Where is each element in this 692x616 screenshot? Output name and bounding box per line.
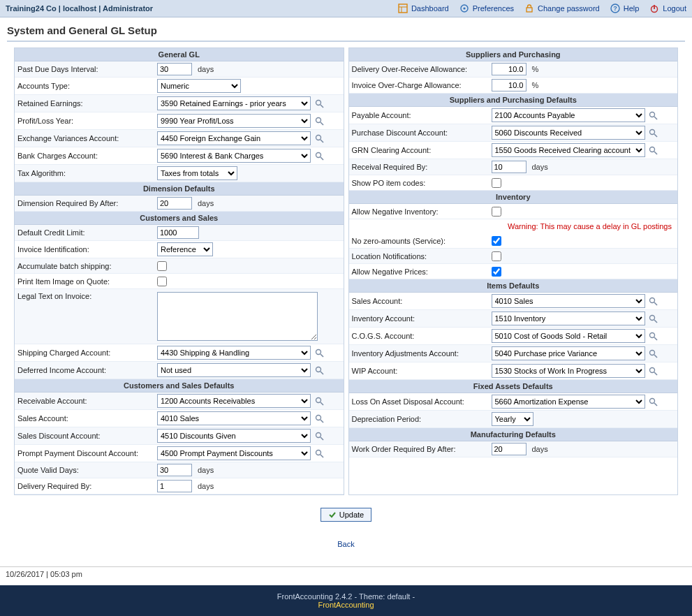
search-icon[interactable]	[648, 295, 659, 307]
search-icon[interactable]	[648, 365, 659, 376]
search-icon[interactable]	[314, 347, 325, 358]
neginv-checkbox[interactable]	[492, 207, 501, 217]
search-icon[interactable]	[648, 396, 659, 407]
section-suppliers-defaults: Suppliers and Purchasing Defaults	[349, 94, 678, 107]
wip-select[interactable]: 1530 Stocks of Work In Progress	[492, 364, 645, 378]
section-customers: Customers and Sales	[15, 212, 344, 225]
search-icon[interactable]	[648, 127, 659, 138]
loss-label: Loss On Asset Disposal Account:	[352, 397, 492, 406]
svg-point-28	[316, 450, 321, 455]
isales-select[interactable]: 4010 Sales	[492, 294, 645, 308]
recv-label: Receivable Account:	[17, 397, 157, 405]
preferences-link[interactable]: Preferences	[459, 3, 514, 14]
dimreq-label: Dimension Required By After:	[17, 199, 157, 207]
svg-point-42	[650, 350, 655, 355]
search-icon[interactable]	[314, 365, 325, 376]
past-due-input[interactable]	[157, 63, 192, 75]
section-fixed-assets: Fixed Assets Defaults	[349, 380, 678, 393]
check-icon	[328, 511, 337, 519]
search-icon[interactable]	[314, 150, 325, 161]
search-icon[interactable]	[314, 448, 325, 459]
svg-line-37	[654, 302, 657, 305]
logout-label: Logout	[663, 4, 686, 13]
ppd-select[interactable]: 4500 Prompt Payment Discounts	[157, 446, 311, 460]
wo-input[interactable]	[492, 443, 527, 455]
deprec-select[interactable]: Yearly	[492, 412, 533, 426]
svg-point-34	[650, 147, 655, 152]
recvby-input[interactable]	[492, 161, 527, 173]
payable-select[interactable]: 2100 Accounts Payable	[492, 108, 645, 122]
exvar-select[interactable]: 4450 Foreign Exchange Gain	[157, 131, 311, 145]
shipchg-select[interactable]: 4430 Shipping & Handling	[157, 346, 311, 360]
search-icon[interactable]	[648, 348, 659, 359]
sdisc-select[interactable]: 4510 Discounts Given	[157, 429, 311, 443]
recv-select[interactable]: 1200 Accounts Receivables	[157, 394, 311, 408]
accum-checkbox[interactable]	[157, 261, 167, 271]
back-link[interactable]: Back	[0, 540, 692, 548]
search-icon[interactable]	[648, 110, 659, 121]
tax-label: Tax Algorithm:	[17, 169, 157, 177]
payable-label: Payable Account:	[352, 111, 492, 119]
svg-rect-0	[399, 4, 407, 13]
svg-point-30	[650, 112, 655, 117]
help-label: Help	[624, 4, 640, 13]
right-column: Suppliers and Purchasing Delivery Over-R…	[348, 47, 679, 495]
negprice-label: Allow Negative Prices:	[352, 267, 492, 276]
locnot-checkbox[interactable]	[492, 251, 501, 261]
search-icon[interactable]	[314, 98, 325, 109]
help-icon: ?	[610, 3, 621, 14]
svg-point-32	[650, 129, 655, 134]
search-icon[interactable]	[314, 395, 325, 406]
loss-select[interactable]: 5660 Amortization Expense	[492, 395, 645, 409]
power-icon	[649, 3, 660, 14]
grn-select[interactable]: 1550 Goods Received Clearing account	[492, 143, 645, 157]
sales-select[interactable]: 4010 Sales	[157, 411, 311, 425]
over-chg-input[interactable]	[492, 79, 527, 91]
tax-select[interactable]: Taxes from totals	[157, 166, 237, 180]
footer-link[interactable]: FrontAccounting	[318, 601, 374, 609]
legal-textarea[interactable]	[157, 292, 318, 341]
change-password-label: Change password	[538, 4, 600, 13]
delreq-input[interactable]	[157, 480, 192, 492]
search-icon[interactable]	[648, 313, 659, 324]
dimreq-input[interactable]	[157, 197, 192, 210]
retained-select[interactable]: 3590 Retained Earnings - prior years	[157, 96, 311, 110]
logout-link[interactable]: Logout	[649, 3, 686, 14]
quote-input[interactable]	[157, 464, 192, 476]
printimg-checkbox[interactable]	[157, 277, 167, 286]
negprice-checkbox[interactable]	[492, 267, 501, 277]
invid-select[interactable]: Reference	[157, 242, 213, 256]
update-button[interactable]: Update	[321, 508, 371, 522]
definc-select[interactable]: Not used	[157, 363, 311, 377]
invadj-select[interactable]: 5040 Purchase price Variance	[492, 346, 645, 360]
unit-days: days	[198, 65, 214, 73]
change-password-link[interactable]: Change password	[524, 3, 600, 14]
search-icon[interactable]	[314, 413, 325, 424]
nozero-checkbox[interactable]	[492, 236, 501, 246]
accounts-type-select[interactable]: Numeric	[157, 79, 241, 93]
cogs-select[interactable]: 5010 Cost of Goods Sold - Retail	[492, 329, 645, 343]
dashboard-label: Dashboard	[411, 4, 449, 13]
svg-line-33	[654, 134, 657, 137]
svg-line-19	[321, 354, 323, 357]
showpo-checkbox[interactable]	[492, 178, 501, 188]
over-recv-label: Delivery Over-Receive Allowance:	[352, 65, 492, 73]
search-icon[interactable]	[314, 430, 325, 441]
topbar: Training24 Co | localhost | Administrato…	[0, 0, 692, 17]
pl-year-select[interactable]: 9990 Year Profit/Loss	[157, 114, 311, 128]
help-link[interactable]: ? Help	[610, 3, 640, 14]
pdisc-select[interactable]: 5060 Discounts Received	[492, 126, 645, 140]
bankchg-select[interactable]: 5690 Interest & Bank Charges	[157, 149, 311, 163]
section-items-defaults: Items Defaults	[349, 279, 678, 293]
iinv-select[interactable]: 1510 Inventory	[492, 311, 645, 325]
over-recv-input[interactable]	[492, 63, 527, 75]
dashboard-link[interactable]: Dashboard	[397, 3, 449, 14]
svg-point-22	[316, 397, 321, 402]
search-icon[interactable]	[314, 115, 325, 126]
svg-point-14	[316, 135, 321, 140]
search-icon[interactable]	[314, 133, 325, 144]
search-icon[interactable]	[648, 145, 659, 156]
search-icon[interactable]	[648, 330, 659, 342]
locnot-label: Location Notifications:	[352, 252, 492, 261]
credit-input[interactable]	[157, 226, 199, 239]
